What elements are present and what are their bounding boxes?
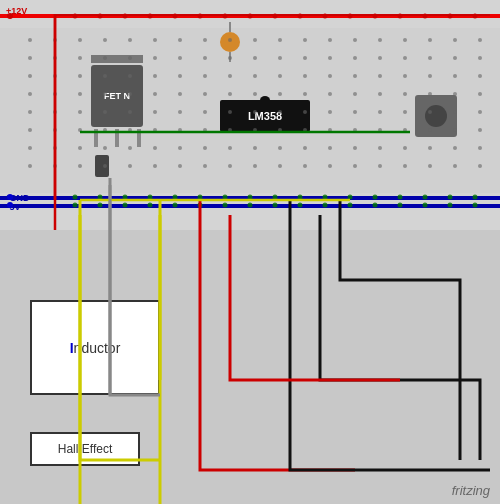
inductor-rest: nductor: [74, 340, 121, 356]
tactile-button[interactable]: [415, 95, 457, 137]
fet-body: FET N: [91, 65, 143, 127]
hall-effect-box: Hall Effect: [30, 432, 140, 466]
cap-pin-bottom: [229, 52, 231, 62]
power-rail-top: [0, 14, 500, 18]
fet-back: [91, 55, 143, 63]
fet-pin-2: [115, 129, 119, 147]
fet-pins: [85, 129, 150, 147]
breadboard: +12V *GND *5V FET N LM358: [0, 0, 500, 230]
fet-pin-1: [94, 129, 98, 147]
inductor-label: Inductor: [70, 340, 121, 356]
fritzing-watermark: fritzing: [452, 483, 490, 498]
small-component: [95, 155, 109, 177]
plus12v-label: +12V: [6, 6, 27, 16]
capacitor: [220, 22, 240, 52]
5v-label: *5V: [6, 202, 21, 212]
hall-effect-label: Hall Effect: [58, 442, 112, 456]
cap-pin-top: [229, 22, 231, 32]
ic-lm358: LM358: [220, 100, 310, 132]
5v-rail: [0, 204, 500, 208]
fet-label: FET N: [104, 91, 130, 101]
fet-component: FET N: [85, 55, 150, 145]
gnd-rail: [0, 196, 500, 200]
ic-notch: [260, 96, 270, 104]
cap-body: [220, 32, 240, 52]
fet-pin-3: [137, 129, 141, 147]
ic-label: LM358: [248, 110, 282, 122]
inductor-box: Inductor: [30, 300, 160, 395]
tact-center: [425, 105, 447, 127]
